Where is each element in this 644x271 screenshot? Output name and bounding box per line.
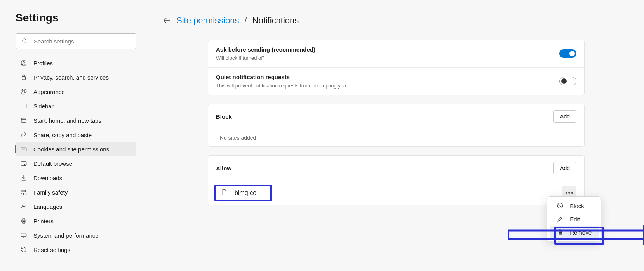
notification-settings-card: Ask before sending (recommended) Will bl… <box>208 40 585 95</box>
nav-list: Profiles Privacy, search, and services A… <box>16 56 136 257</box>
nav-family[interactable]: Family safety <box>16 185 136 199</box>
nav-reset[interactable]: Reset settings <box>16 243 136 257</box>
allow-title: Allow <box>216 165 231 172</box>
block-title: Block <box>216 113 232 120</box>
nav-privacy[interactable]: Privacy, search, and services <box>16 70 136 84</box>
system-icon <box>20 232 27 239</box>
svg-point-17 <box>24 149 25 149</box>
ask-toggle[interactable] <box>559 49 576 58</box>
nav-downloads[interactable]: Downloads <box>16 171 136 185</box>
svg-line-33 <box>559 204 562 208</box>
nav-cookies[interactable]: Cookies and site permissions <box>16 142 136 156</box>
share-icon <box>20 131 27 138</box>
reset-icon <box>20 246 27 253</box>
menu-block-label: Block <box>570 203 584 209</box>
block-section-card: Block Add No sites added <box>208 104 585 147</box>
sidebar-icon <box>20 102 27 109</box>
ask-before-sending-row: Ask before sending (recommended) Will bl… <box>208 40 584 67</box>
menu-edit-label: Edit <box>570 216 580 222</box>
download-icon <box>20 174 27 181</box>
allowed-site-row: bimq.co ••• <box>208 181 584 205</box>
svg-point-5 <box>22 91 23 92</box>
quiet-desc: This will prevent notification requests … <box>216 83 346 89</box>
svg-point-22 <box>22 190 24 192</box>
nav-start[interactable]: Start, home, and new tabs <box>16 113 136 127</box>
family-icon <box>20 189 27 196</box>
cookie-icon <box>20 146 27 153</box>
ask-title: Ask before sending (recommended) <box>216 46 315 53</box>
profile-icon <box>20 59 27 66</box>
svg-rect-10 <box>21 118 26 123</box>
svg-point-23 <box>24 190 26 192</box>
menu-remove-label: Remove <box>570 229 592 236</box>
nav-label: Privacy, search, and services <box>33 74 109 81</box>
breadcrumb: Site permissions / Notifications <box>162 16 630 26</box>
svg-point-15 <box>22 149 23 149</box>
menu-block[interactable]: Block <box>550 199 599 212</box>
svg-rect-4 <box>22 77 26 80</box>
nav-label: System and performance <box>33 232 99 239</box>
nav-label: Printers <box>33 218 54 224</box>
quiet-title: Quiet notification requests <box>216 74 346 80</box>
more-icon: ••• <box>565 189 574 197</box>
svg-point-3 <box>23 61 25 63</box>
nav-label: Profiles <box>33 60 53 66</box>
menu-edit[interactable]: Edit <box>550 212 599 226</box>
nav-label: Downloads <box>33 175 62 181</box>
nav-printers[interactable]: Printers <box>16 214 136 228</box>
breadcrumb-link[interactable]: Site permissions <box>176 16 239 26</box>
allow-add-button[interactable]: Add <box>553 162 576 174</box>
svg-rect-8 <box>21 104 26 108</box>
breadcrumb-current: Notifications <box>252 16 299 26</box>
site-name: bimq.co <box>235 189 256 196</box>
nav-system[interactable]: System and performance <box>16 228 136 242</box>
nav-label: Cookies and site permissions <box>33 146 109 153</box>
nav-sidebar[interactable]: Sidebar <box>16 99 136 113</box>
svg-rect-14 <box>21 147 26 151</box>
search-icon <box>21 38 28 45</box>
nav-label: Languages <box>33 203 62 210</box>
svg-point-0 <box>23 39 26 42</box>
home-icon <box>20 117 27 124</box>
svg-rect-25 <box>22 220 26 222</box>
nav-languages[interactable]: Languages <box>16 200 136 214</box>
back-button[interactable] <box>162 16 172 25</box>
nav-profiles[interactable]: Profiles <box>16 56 136 70</box>
breadcrumb-separator: / <box>244 16 247 26</box>
svg-point-7 <box>24 91 25 92</box>
site-context-menu: Block Edit Remove <box>547 196 601 241</box>
language-icon <box>20 203 27 210</box>
nav-default-browser[interactable]: Default browser <box>16 156 136 170</box>
browser-icon <box>20 160 27 167</box>
svg-rect-28 <box>21 233 26 237</box>
settings-title: Settings <box>16 12 136 24</box>
nav-label: Sidebar <box>33 103 54 109</box>
highlighted-site-entry[interactable]: bimq.co <box>214 185 272 201</box>
quiet-toggle[interactable] <box>559 77 576 85</box>
search-input[interactable] <box>34 38 131 45</box>
lock-icon <box>20 74 27 81</box>
nav-label: Default browser <box>33 160 74 167</box>
block-add-button[interactable]: Add <box>553 110 576 123</box>
search-settings-box[interactable] <box>16 33 136 49</box>
svg-point-6 <box>23 90 24 91</box>
nav-label: Start, home, and new tabs <box>33 117 101 124</box>
allow-header-row: Allow Add <box>208 156 584 181</box>
settings-sidebar: Settings Profiles Privacy, search, and s… <box>0 0 148 271</box>
svg-point-16 <box>23 149 24 149</box>
nav-label: Share, copy and paste <box>33 132 92 138</box>
palette-icon <box>20 88 27 95</box>
nav-appearance[interactable]: Appearance <box>16 85 136 99</box>
printer-icon <box>20 217 27 224</box>
nav-label: Appearance <box>33 89 65 95</box>
block-empty-message: No sites added <box>208 129 584 146</box>
nav-label: Family safety <box>33 189 68 196</box>
menu-remove[interactable]: Remove <box>550 226 599 239</box>
file-icon <box>221 189 228 197</box>
main-content: Site permissions / Notifications Ask bef… <box>148 0 644 271</box>
quiet-requests-row: Quiet notification requests This will pr… <box>208 67 584 95</box>
svg-line-1 <box>26 42 27 43</box>
nav-label: Reset settings <box>33 247 70 253</box>
nav-share[interactable]: Share, copy and paste <box>16 128 136 142</box>
ask-desc: Will block if turned off <box>216 55 315 61</box>
